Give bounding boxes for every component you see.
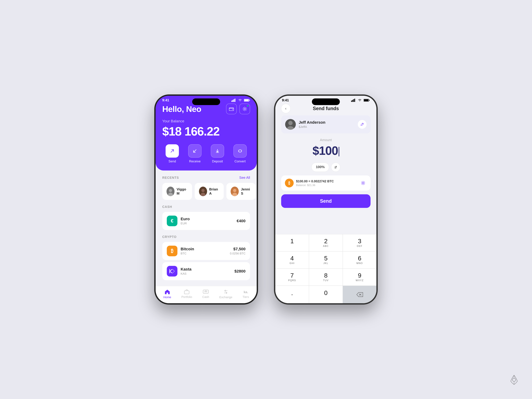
send-funds-title: Send funds [313, 106, 339, 111]
bitcoin-name: Bitcoin [181, 247, 227, 251]
conversion-balance: Balance: $21.36 [296, 184, 357, 187]
key-6[interactable]: 6 MNO [343, 252, 376, 268]
recent-brian[interactable]: Brian A [195, 183, 224, 200]
svg-rect-23 [204, 292, 207, 292]
euro-value: €400 [237, 219, 246, 223]
header-top: Hello, Neo [162, 104, 250, 114]
nav-home-label: Home [163, 296, 171, 299]
amount-value: $100 [281, 144, 371, 158]
svg-rect-28 [354, 99, 355, 102]
convert-label: Convert [234, 159, 246, 163]
balance-amount: $18 166.22 [162, 125, 250, 138]
convert-arrow-icon [238, 149, 242, 153]
receive-action[interactable]: Receive [185, 144, 205, 163]
back-button[interactable]: ‹ [281, 104, 291, 113]
percent-100-btn[interactable]: 100% [311, 163, 329, 172]
face-viggo [166, 187, 175, 196]
kasta-asset[interactable]: Kasta KAS $2800 [162, 262, 250, 280]
kasta-value: $2800 [234, 269, 246, 273]
key-1[interactable]: 1 [275, 234, 309, 251]
key-7[interactable]: 7 PQRS [275, 269, 309, 285]
kasta-logo-icon [169, 269, 175, 273]
recent-jenni[interactable]: Jenni S [226, 183, 256, 200]
home-nav-icon [165, 289, 170, 294]
svg-rect-0 [231, 101, 232, 102]
svg-rect-2 [234, 99, 234, 102]
key-2[interactable]: 2 ABC [309, 234, 343, 251]
dynamic-island-right [312, 98, 340, 105]
nav-exchange[interactable]: Exchange [219, 289, 232, 299]
kasta-info: Kasta KAS [181, 267, 231, 275]
svg-rect-26 [352, 100, 353, 102]
nav-cash[interactable]: Cash [202, 289, 209, 299]
cash-nav-icon [203, 289, 209, 294]
convert-action[interactable]: Convert [230, 144, 250, 163]
sketch-logo-icon [509, 374, 519, 386]
euro-asset[interactable]: € Euro EUR €400 [162, 212, 250, 230]
svg-rect-27 [353, 99, 354, 102]
nav-tiers[interactable]: ka. Tiers [243, 289, 249, 299]
key-4[interactable]: 4 GHI [275, 252, 309, 268]
nav-portfolio-label: Portfolio [181, 295, 192, 299]
header-purple: Hello, Neo [156, 104, 257, 171]
svg-rect-8 [232, 109, 233, 110]
svg-rect-22 [205, 291, 207, 291]
crypto-header: CRYPTO [162, 235, 250, 239]
conversion-row: ₿ $100.00 = 0.0022742 BTC Balance: $21.3… [281, 175, 371, 190]
nav-portfolio[interactable]: Portfolio [181, 289, 192, 299]
nav-cash-label: Cash [202, 295, 209, 299]
settings-gear-btn[interactable] [359, 179, 367, 187]
kasta-icon [167, 266, 177, 277]
header-icons [226, 104, 250, 114]
svg-rect-1 [233, 100, 233, 102]
deposit-action[interactable]: Deposit [208, 144, 228, 163]
swap-currency-btn[interactable] [331, 163, 340, 172]
brian-name: Brian A [209, 187, 219, 196]
key-9[interactable]: 9 WXYZ [343, 269, 376, 285]
recipient-avatar [285, 119, 296, 130]
send-funds-header: ‹ Send funds [275, 104, 376, 114]
key-3[interactable]: 3 DEF [343, 234, 376, 251]
avatar-brian [199, 187, 207, 196]
gear-icon [361, 181, 366, 185]
percent-row: 100% [281, 163, 371, 172]
jeff-face-icon [285, 119, 296, 130]
key-0[interactable]: 0 [309, 286, 343, 303]
btc-icon: ₿ [285, 179, 294, 187]
key-8[interactable]: 8 TUV [309, 269, 343, 285]
deposit-arrow-icon [215, 149, 220, 153]
right-screen: 9:41 [275, 96, 376, 303]
bitcoin-asset[interactable]: ₿ Bitcoin BTC $7,500 0.0256 BTC [162, 242, 250, 260]
send-arrow-icon [170, 149, 175, 153]
send-action[interactable]: Send [162, 144, 182, 163]
viggo-name: Viggo M [177, 187, 188, 196]
cash-header: CASH [162, 205, 250, 209]
brand-logo [509, 374, 519, 388]
wallet-icon-btn[interactable] [226, 104, 237, 114]
settings-icon [242, 107, 247, 111]
see-all-btn[interactable]: See All [239, 176, 250, 180]
euro-name: Euro [181, 217, 234, 221]
settings-icon-btn[interactable] [239, 104, 250, 114]
status-icons-left [231, 99, 250, 102]
bitcoin-value: $7,500 [230, 247, 246, 251]
face-brian [199, 187, 207, 196]
nav-home[interactable]: Home [163, 289, 171, 299]
bitcoin-icon: ₿ [167, 246, 177, 256]
signal-icon [231, 99, 236, 102]
svg-point-9 [244, 108, 245, 110]
deposit-icon-btn [211, 144, 224, 158]
key-dot[interactable]: . [275, 286, 309, 303]
svg-rect-30 [364, 99, 368, 101]
key-5[interactable]: 5 JKL [309, 252, 343, 268]
amount-label: Amount [281, 138, 371, 142]
edit-recipient-btn[interactable] [358, 120, 367, 129]
avatar-jenni [231, 187, 239, 196]
recent-viggo[interactable]: Viggo M [162, 183, 192, 200]
svg-rect-3 [234, 99, 235, 102]
convert-icon-btn [234, 144, 247, 158]
key-backspace[interactable] [343, 286, 376, 303]
status-icons-right [351, 99, 370, 102]
send-button[interactable]: Send [281, 194, 371, 208]
svg-text:ka.: ka. [244, 290, 248, 294]
